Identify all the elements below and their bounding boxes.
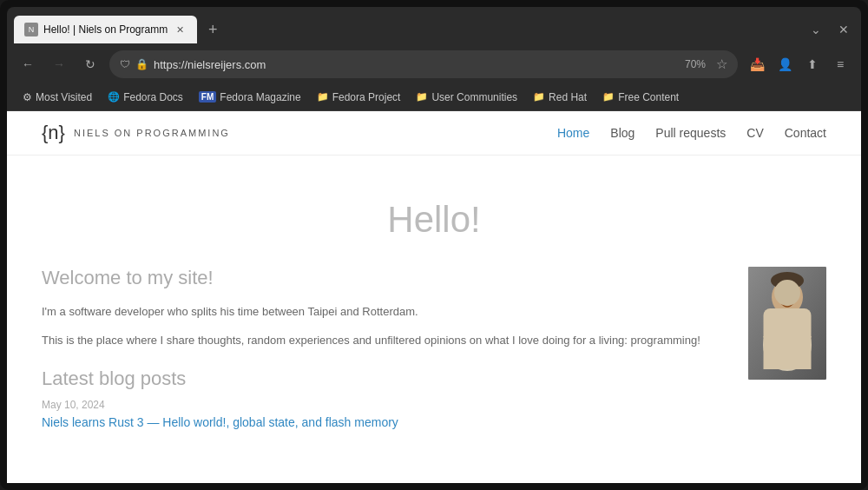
bookmark-label: Free Content — [618, 91, 679, 103]
lock-icon: 🔒 — [135, 58, 148, 70]
site-logo[interactable]: {n} NIELS ON PROGRAMMING — [42, 122, 230, 144]
site-nav-links: Home Blog Pull requests CV Contact — [557, 126, 826, 140]
pocket-button[interactable]: 📥 — [745, 52, 769, 76]
web-content: {n} NIELS ON PROGRAMMING Home Blog Pull … — [7, 111, 861, 483]
blog-section: Latest blog posts May 10, 2024 Niels lea… — [42, 368, 713, 430]
url-text: https://nielsreijers.com — [154, 58, 674, 71]
welcome-title: Welcome to my site! — [42, 267, 713, 289]
nav-link-blog[interactable]: Blog — [610, 126, 635, 140]
bookmark-red-hat[interactable]: 📁 Red Hat — [526, 89, 594, 106]
browser-chrome: N Hello! | Niels on Programm ✕ + ⌄ ✕ ← →… — [7, 7, 861, 111]
address-bar[interactable]: 🛡 🔒 https://nielsreijers.com 70% ☆ — [109, 50, 738, 78]
site-content-text: Welcome to my site! I'm a software devel… — [42, 267, 713, 430]
tab-bar: N Hello! | Niels on Programm ✕ + ⌄ ✕ — [7, 7, 861, 45]
tab-title: Hello! | Niels on Programm — [43, 23, 168, 36]
svg-point-5 — [779, 293, 784, 297]
globe-icon: 🌐 — [108, 91, 120, 103]
author-photo-svg — [748, 267, 826, 380]
forward-button[interactable]: → — [47, 52, 71, 76]
folder-icon: 📁 — [533, 91, 545, 103]
bookmark-fedora-magazine[interactable]: FM Fedora Magazine — [192, 89, 308, 106]
zoom-level[interactable]: 70% — [680, 56, 711, 72]
blog-section-title: Latest blog posts — [42, 368, 713, 390]
navigation-bar: ← → ↻ 🛡 🔒 https://nielsreijers.com 70% ☆… — [7, 45, 861, 83]
nav-link-contact[interactable]: Contact — [785, 126, 826, 140]
minimize-button[interactable]: ⌄ — [806, 19, 826, 40]
logo-text: NIELS ON PROGRAMMING — [74, 128, 230, 138]
bookmark-star-icon[interactable]: ☆ — [716, 56, 727, 72]
shield-icon: 🛡 — [120, 58, 130, 70]
bookmark-label: Fedora Project — [332, 91, 401, 103]
profile-button[interactable]: 👤 — [773, 52, 797, 76]
svg-point-6 — [791, 293, 796, 297]
svg-rect-1 — [748, 267, 826, 380]
extensions-button[interactable]: ⬆ — [800, 52, 825, 76]
window-controls: ⌄ ✕ — [806, 19, 854, 40]
bookmarks-bar: ⚙ Most Visited 🌐 Fedora Docs FM Fedora M… — [7, 83, 861, 111]
nav-link-pull-requests[interactable]: Pull requests — [655, 126, 726, 140]
bookmark-fedora-project[interactable]: 📁 Fedora Project — [310, 89, 408, 106]
folder-icon: 📁 — [317, 91, 329, 103]
folder-icon: 📁 — [416, 91, 428, 103]
logo-icon: {n} — [42, 122, 65, 144]
site-hero: Hello! — [42, 182, 826, 267]
welcome-desc-1: I'm a software developer who splits his … — [42, 303, 713, 321]
bookmark-label: Most Visited — [36, 91, 92, 103]
bookmark-most-visited[interactable]: ⚙ Most Visited — [16, 89, 99, 106]
folder-icon: 📁 — [602, 91, 615, 103]
hero-title: Hello! — [42, 199, 826, 241]
bookmark-free-content[interactable]: 📁 Free Content — [595, 89, 686, 106]
site-content-row: Welcome to my site! I'm a software devel… — [42, 267, 826, 430]
nav-actions: 📥 👤 ⬆ ≡ — [745, 52, 852, 76]
author-photo — [748, 267, 826, 380]
fm-icon: FM — [199, 91, 216, 103]
svg-point-4 — [763, 319, 812, 371]
blog-post-date: May 10, 2024 — [42, 399, 713, 411]
menu-button[interactable]: ≡ — [828, 52, 852, 76]
active-tab[interactable]: N Hello! | Niels on Programm ✕ — [14, 16, 197, 43]
reload-button[interactable]: ↻ — [78, 52, 102, 76]
nav-link-home[interactable]: Home — [557, 126, 589, 140]
welcome-desc-2: This is the place where I share thoughts… — [42, 332, 713, 350]
browser-window: N Hello! | Niels on Programm ✕ + ⌄ ✕ ← →… — [0, 0, 868, 490]
blog-post-item: May 10, 2024 Niels learns Rust 3 — Hello… — [42, 399, 713, 430]
gear-icon: ⚙ — [23, 91, 32, 103]
bookmark-label: Fedora Magazine — [220, 91, 300, 103]
close-button[interactable]: ✕ — [833, 19, 854, 40]
svg-point-2 — [772, 280, 803, 315]
bookmark-label: User Communities — [431, 91, 517, 103]
bookmark-label: Fedora Docs — [123, 91, 183, 103]
tab-close-button[interactable]: ✕ — [173, 23, 187, 36]
blog-post-link[interactable]: Niels learns Rust 3 — Hello world!, glob… — [42, 415, 398, 429]
new-tab-button[interactable]: + — [201, 17, 225, 42]
nav-link-cv[interactable]: CV — [746, 126, 763, 140]
site-navigation: {n} NIELS ON PROGRAMMING Home Blog Pull … — [7, 111, 861, 156]
bookmark-fedora-docs[interactable]: 🌐 Fedora Docs — [101, 89, 190, 106]
back-button[interactable]: ← — [16, 52, 40, 76]
svg-point-7 — [771, 272, 804, 289]
tab-favicon: N — [24, 23, 38, 36]
bookmark-label: Red Hat — [549, 91, 587, 103]
svg-rect-3 — [782, 312, 792, 321]
bookmark-user-communities[interactable]: 📁 User Communities — [409, 89, 524, 106]
site-main: Hello! Welcome to my site! I'm a softwar… — [7, 156, 861, 456]
